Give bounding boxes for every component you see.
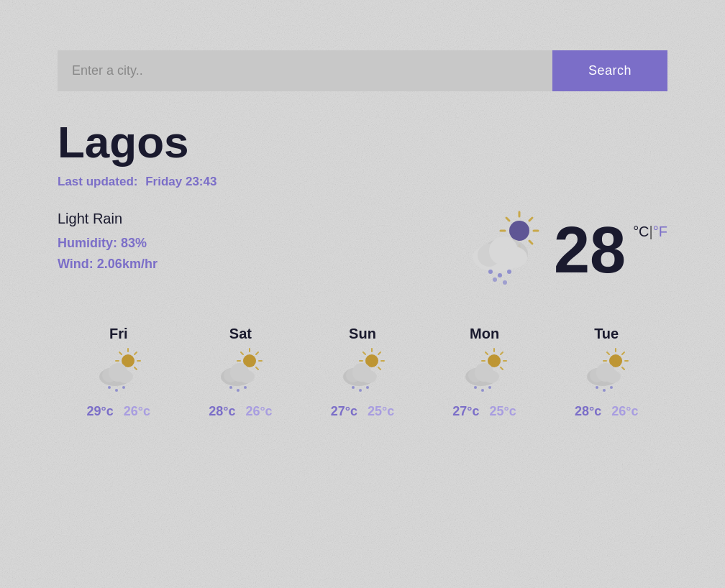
wind-row: Wind: 2.06km/hr <box>58 257 158 272</box>
forecast-temps: 29°c 26°c <box>87 404 150 419</box>
humidity-value: 83% <box>121 236 147 250</box>
svg-line-51 <box>378 352 380 354</box>
forecast-day-name: Tue <box>594 326 619 342</box>
svg-line-53 <box>378 367 380 369</box>
forecast-day: Sun <box>301 326 424 419</box>
svg-point-33 <box>122 386 125 389</box>
forecast-temp-low: 26°c <box>124 404 150 419</box>
svg-line-83 <box>622 367 624 369</box>
svg-line-23 <box>134 367 137 369</box>
svg-point-18 <box>503 280 507 285</box>
svg-point-78 <box>488 386 491 389</box>
forecast-temp-high: 28°c <box>209 404 235 419</box>
svg-point-47 <box>237 389 240 392</box>
forecast-day-name: Sun <box>349 326 376 342</box>
forecast-temp-low: 26°c <box>245 404 272 419</box>
last-updated-label: Last updated: <box>58 175 137 188</box>
svg-point-91 <box>596 386 598 389</box>
forecast-weather-icon <box>337 348 388 398</box>
forecast-temps: 28°c 26°c <box>575 404 638 419</box>
svg-line-54 <box>363 352 365 354</box>
search-button[interactable]: Search <box>552 50 667 91</box>
weather-condition: Light Rain <box>58 211 158 227</box>
forecast-temp-low: 26°c <box>611 404 638 419</box>
svg-line-2 <box>529 218 532 221</box>
forecast-temp-high: 27°c <box>452 404 479 419</box>
forecast-weather-icon <box>215 348 265 398</box>
svg-point-63 <box>366 386 369 389</box>
search-row: Search <box>58 50 667 91</box>
svg-point-60 <box>361 370 377 383</box>
city-name: Lagos <box>58 120 667 165</box>
temp-display: 28 °C|°F <box>468 211 667 290</box>
svg-point-61 <box>352 386 355 389</box>
forecast-day: Sat <box>180 326 302 419</box>
svg-point-75 <box>483 370 499 383</box>
svg-line-4 <box>529 241 532 244</box>
svg-line-21 <box>134 352 137 354</box>
humidity-label: Humidity: <box>58 236 117 250</box>
svg-line-68 <box>501 367 503 369</box>
forecast-temp-high: 28°c <box>575 404 601 419</box>
svg-line-5 <box>506 218 509 221</box>
svg-line-39 <box>241 352 243 354</box>
svg-point-31 <box>108 386 111 389</box>
forecast-temp-high: 29°c <box>87 404 114 419</box>
svg-point-90 <box>605 370 621 383</box>
forecast-temps: 28°c 26°c <box>209 404 272 419</box>
humidity-row: Humidity: 83% <box>58 236 158 251</box>
svg-point-46 <box>229 386 232 389</box>
wind-label: Wind: <box>58 257 94 271</box>
celsius-unit[interactable]: °C <box>633 224 649 239</box>
svg-point-0 <box>509 221 529 241</box>
temperature-unit: °C|°F <box>633 224 667 240</box>
forecast-weather-icon <box>460 348 510 398</box>
temperature-value: 28 <box>554 218 626 282</box>
wind-value: 2.06km/hr <box>97 257 158 271</box>
svg-point-76 <box>474 386 477 389</box>
weather-main: Light Rain Humidity: 83% Wind: 2.06km/hr <box>58 211 667 290</box>
forecast-day: Mon <box>424 326 546 419</box>
fahrenheit-unit[interactable]: °F <box>653 224 667 239</box>
svg-point-32 <box>115 389 118 392</box>
svg-line-84 <box>607 352 609 354</box>
forecast-day-name: Mon <box>470 326 499 342</box>
weather-details: Light Rain Humidity: 83% Wind: 2.06km/hr <box>58 211 158 272</box>
svg-point-14 <box>488 270 493 274</box>
city-search-input[interactable] <box>58 50 552 91</box>
svg-line-24 <box>119 352 122 354</box>
forecast-temp-low: 25°c <box>490 404 516 419</box>
last-updated: Last updated: Friday 23:43 <box>58 175 667 189</box>
forecast-day-name: Fri <box>109 326 128 342</box>
svg-point-93 <box>610 386 613 389</box>
svg-point-92 <box>603 389 606 392</box>
forecast-temp-high: 27°c <box>331 404 357 419</box>
forecast-day: Tue <box>545 326 667 419</box>
svg-line-36 <box>256 352 258 354</box>
forecast-row: Fri <box>58 326 667 419</box>
svg-point-62 <box>359 389 362 392</box>
forecast-temps: 27°c 25°c <box>452 404 516 419</box>
svg-point-77 <box>481 389 484 392</box>
forecast-day: Fri <box>58 326 180 419</box>
svg-point-13 <box>501 247 527 268</box>
forecast-weather-icon <box>581 348 631 398</box>
svg-point-48 <box>244 386 247 389</box>
svg-line-81 <box>622 352 624 354</box>
svg-line-38 <box>256 367 258 369</box>
main-weather-icon <box>468 211 547 290</box>
svg-line-66 <box>501 352 503 354</box>
forecast-temp-low: 25°c <box>368 404 394 419</box>
svg-point-17 <box>493 277 497 282</box>
forecast-temps: 27°c 25°c <box>331 404 394 419</box>
svg-point-16 <box>507 270 511 274</box>
svg-line-69 <box>485 352 488 354</box>
last-updated-value: Friday 23:43 <box>145 175 216 188</box>
svg-point-30 <box>117 370 133 383</box>
svg-point-15 <box>498 273 502 277</box>
svg-point-45 <box>239 370 255 383</box>
forecast-weather-icon <box>94 348 144 398</box>
forecast-day-name: Sat <box>229 326 252 342</box>
